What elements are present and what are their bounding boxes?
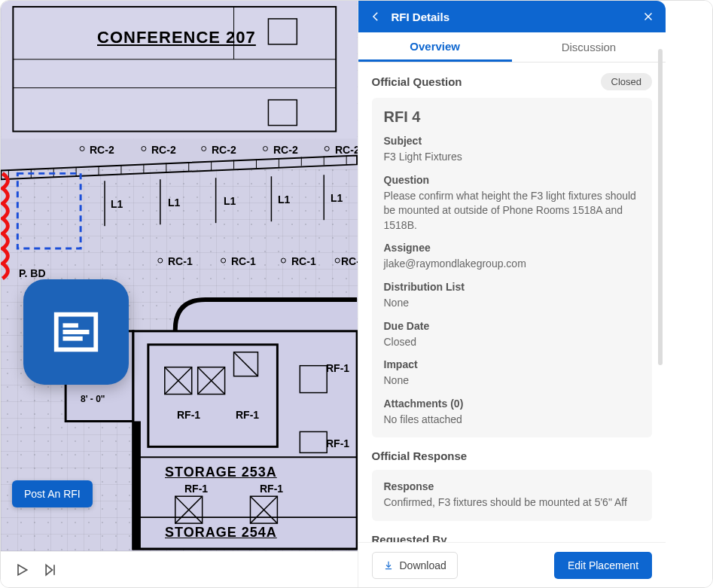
duedate-label: Due Date	[384, 320, 641, 332]
drawing-viewport[interactable]: CONFERENCE 207 RC-2 RC-2 RC-2 RC-2 RC-2 …	[1, 1, 358, 551]
svg-point-57	[158, 258, 163, 263]
download-icon	[383, 560, 394, 571]
official-response-label: Official Response	[372, 449, 653, 462]
svg-marker-66	[46, 565, 52, 574]
tag-rc2: RC-2	[151, 144, 176, 156]
distribution-label: Distribution List	[384, 281, 641, 293]
tag-l1: L1	[224, 195, 236, 207]
tag-l1: L1	[331, 192, 343, 204]
question-label: Question	[384, 174, 641, 186]
rfi-detail-panel: RFI Details Overview Discussion Official…	[358, 1, 666, 587]
tag-l1: L1	[278, 193, 290, 206]
subject-value: F3 Light Fixtures	[384, 150, 641, 165]
svg-marker-65	[18, 565, 27, 574]
svg-point-59	[281, 258, 285, 263]
tab-discussion[interactable]: Discussion	[512, 32, 666, 62]
tag-l1: L1	[111, 198, 123, 210]
room-label-conference: CONFERENCE 207	[97, 28, 256, 47]
distribution-value: None	[384, 296, 641, 311]
status-badge: Closed	[601, 73, 652, 90]
requested-by-label: Requested By	[372, 533, 653, 542]
rfi-title: RFI 4	[384, 108, 641, 126]
scrollbar-thumb[interactable]	[658, 49, 663, 365]
tag-rf1: RF-1	[184, 483, 208, 495]
impact-label: Impact	[384, 358, 641, 370]
subject-label: Subject	[384, 135, 641, 147]
tag-l1: L1	[168, 197, 180, 209]
tag-rc2: RC-2	[335, 144, 358, 156]
panel-footer: Download Edit Placement	[358, 542, 666, 587]
response-value: Confirmed, F3 fixtures should be mounted…	[384, 495, 641, 510]
response-label: Response	[384, 480, 641, 492]
tag-rf1: RF-1	[326, 362, 349, 374]
tag-rf1: RF-1	[177, 409, 200, 421]
tag-rf1: RF-1	[236, 409, 259, 421]
attachments-label: Attachments (0)	[384, 398, 641, 410]
assignee-label: Assignee	[384, 242, 641, 254]
svg-rect-30	[17, 173, 81, 248]
right-gutter	[666, 1, 712, 587]
svg-point-60	[335, 258, 340, 263]
tag-pbd: P. BD	[19, 267, 46, 279]
tag-rc2: RC-2	[90, 144, 114, 156]
svg-point-58	[221, 258, 226, 263]
back-chevron-icon[interactable]	[369, 10, 382, 23]
tag-rc2: RC-2	[212, 144, 236, 156]
room-label-storage-b: STORAGE 254A	[165, 525, 277, 541]
svg-rect-33	[133, 421, 141, 549]
download-button[interactable]: Download	[372, 552, 458, 579]
duedate-value: Closed	[384, 335, 641, 350]
tag-rc2: RC-2	[273, 144, 298, 156]
tab-overview[interactable]: Overview	[358, 32, 512, 62]
tag-rc1: RC-1	[168, 255, 193, 267]
dimension-label: 8' - 0"	[81, 394, 105, 404]
tag-rc1: RC-1	[231, 255, 256, 267]
tag-rf1: RF-1	[260, 483, 283, 495]
question-value: Please confirm what height the F3 light …	[384, 189, 641, 233]
drawing-toolbar	[1, 551, 358, 587]
official-question-label: Official Question	[372, 75, 462, 88]
tag-rc1: RC-1	[291, 255, 316, 267]
response-card: Response Confirmed, F3 fixtures should b…	[372, 470, 653, 521]
room-label-storage-a: STORAGE 253A	[165, 465, 277, 480]
panel-title: RFI Details	[392, 11, 633, 23]
tag-rf1: RF-1	[326, 437, 349, 449]
svg-rect-1	[1, 139, 357, 169]
tabs: Overview Discussion	[358, 32, 666, 62]
rfi-pin-icon[interactable]	[23, 279, 129, 385]
app-container: CONFERENCE 207 RC-2 RC-2 RC-2 RC-2 RC-2 …	[0, 0, 713, 588]
tag-rc1: RC-1	[341, 255, 358, 267]
close-icon[interactable]	[641, 10, 655, 23]
skip-forward-icon[interactable]	[43, 562, 58, 577]
edit-placement-button[interactable]: Edit Placement	[554, 552, 652, 579]
attachments-value: No files attached	[384, 413, 641, 428]
panel-body[interactable]: Official Question Closed RFI 4 Subject F…	[358, 62, 666, 542]
drawing-panel: CONFERENCE 207 RC-2 RC-2 RC-2 RC-2 RC-2 …	[1, 1, 358, 587]
impact-value: None	[384, 373, 641, 388]
assignee-value: jlake@raymondlakegroup.com	[384, 257, 641, 272]
play-icon[interactable]	[14, 562, 29, 577]
download-label: Download	[400, 559, 446, 571]
post-rfi-button[interactable]: Post An RFI	[12, 480, 93, 507]
svg-rect-0	[1, 1, 357, 139]
panel-header: RFI Details	[358, 1, 666, 32]
question-card: RFI 4 Subject F3 Light Fixtures Question…	[372, 98, 653, 437]
